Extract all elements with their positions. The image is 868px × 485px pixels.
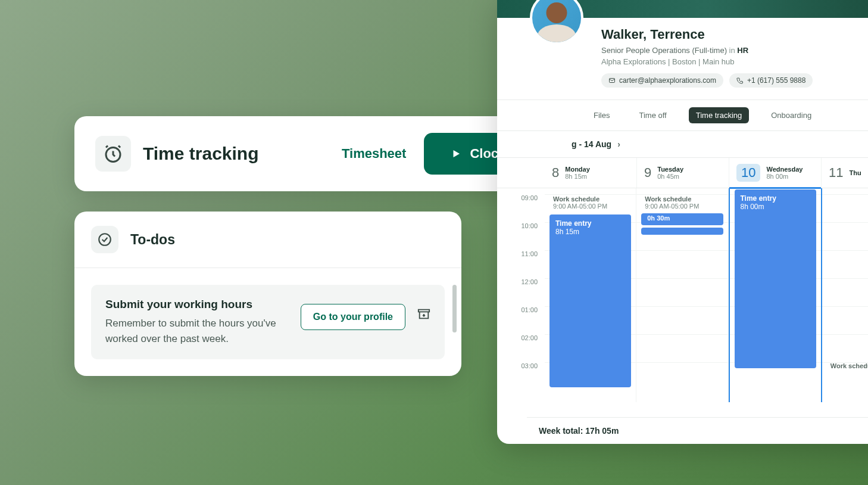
- profile-role: Senior People Operations (Full-time) in …: [601, 46, 868, 55]
- profile-name: Walker, Terrence: [601, 27, 868, 42]
- date-range-text: g - 14 Aug: [572, 139, 611, 149]
- todos-card: To-dos Submit your working hours Remembe…: [74, 212, 461, 376]
- play-icon: [451, 148, 461, 159]
- time-entry-tue-1[interactable]: 0h 30m: [641, 213, 723, 225]
- profile-tabs: Files Time off Time tracking Onboarding: [497, 100, 868, 131]
- time-tracking-card: Time tracking Timesheet Clock in: [74, 116, 569, 191]
- todos-header: To-dos: [74, 212, 461, 268]
- day-header-mon[interactable]: 8 Monday 8h 15m: [545, 158, 637, 188]
- archive-icon[interactable]: [417, 307, 430, 323]
- week-total: Week total: 17h 05m: [527, 417, 868, 444]
- time-entry-wed[interactable]: Time entry 8h 00m: [735, 189, 816, 368]
- schedule-label-tue: Work schedule 9:00 AM-05:00 PM: [640, 193, 724, 212]
- email-chip[interactable]: carter@alphaexplorations.com: [601, 73, 723, 88]
- tab-timetracking[interactable]: Time tracking: [689, 107, 750, 123]
- phone-chip[interactable]: +1 (617) 555 9888: [729, 73, 813, 88]
- tab-onboarding[interactable]: Onboarding: [764, 107, 819, 123]
- profile-info: Walker, Terrence Senior People Operation…: [497, 18, 868, 100]
- timesheet-link[interactable]: Timesheet: [342, 146, 406, 161]
- check-circle-icon: [91, 226, 118, 253]
- mail-icon: [608, 77, 616, 84]
- time-tracking-title: Time tracking: [143, 144, 330, 164]
- avatar[interactable]: [530, 0, 583, 45]
- todos-title: To-dos: [130, 232, 175, 248]
- calendar-grid: 8 Monday 8h 15m 9 Tuesday 0h 45m 10 Wedn…: [497, 158, 868, 402]
- chevron-right-icon[interactable]: ›: [617, 139, 620, 149]
- profile-location: Alpha Explorations | Boston | Main hub: [601, 57, 868, 66]
- time-labels: 09:00 10:00 11:00 12:00 01:00 02:00 03:0…: [497, 188, 545, 402]
- svg-point-1: [99, 234, 111, 245]
- todo-text: Submit your working hours Remember to su…: [105, 298, 289, 346]
- todo-item: Submit your working hours Remember to su…: [91, 285, 445, 359]
- day-col-thu: Work schedule: [822, 188, 868, 402]
- todos-body: Submit your working hours Remember to su…: [74, 268, 461, 376]
- day-col-mon: Work schedule 9:00 AM-05:00 PM Time entr…: [545, 188, 636, 402]
- day-headers: 8 Monday 8h 15m 9 Tuesday 0h 45m 10 Wedn…: [497, 158, 868, 188]
- profile-panel: Walker, Terrence Senior People Operation…: [497, 0, 868, 444]
- phone-icon: [736, 77, 744, 84]
- scrollbar[interactable]: [452, 285, 457, 332]
- tab-files[interactable]: Files: [586, 107, 617, 123]
- todo-item-title: Submit your working hours: [105, 298, 289, 311]
- time-entry-tue-2[interactable]: [641, 228, 723, 235]
- schedule-label-mon: Work schedule 9:00 AM-05:00 PM: [548, 193, 632, 212]
- day-header-tue[interactable]: 9 Tuesday 0h 45m: [637, 158, 729, 188]
- day-columns: Work schedule 9:00 AM-05:00 PM Time entr…: [545, 188, 868, 402]
- day-col-wed: Time entry 8h 00m: [729, 188, 822, 402]
- clock-icon: [95, 136, 131, 172]
- go-to-profile-button[interactable]: Go to your profile: [301, 304, 405, 330]
- time-entry-mon[interactable]: Time entry 8h 15m: [549, 214, 631, 387]
- date-range: g - 14 Aug ›: [497, 131, 868, 158]
- todo-item-desc: Remember to submit the hours you've work…: [105, 316, 289, 346]
- time-grid: 09:00 10:00 11:00 12:00 01:00 02:00 03:0…: [497, 188, 868, 402]
- contact-chips: carter@alphaexplorations.com +1 (617) 55…: [601, 73, 868, 88]
- tab-timeoff[interactable]: Time off: [632, 107, 673, 123]
- day-col-tue: Work schedule 9:00 AM-05:00 PM 0h 30m: [636, 188, 728, 402]
- schedule-label-thu: Work schedule: [826, 360, 868, 372]
- day-header-wed[interactable]: 10 Wednesday 8h 00m: [729, 158, 822, 188]
- day-header-thu[interactable]: 11 Thu: [822, 158, 868, 188]
